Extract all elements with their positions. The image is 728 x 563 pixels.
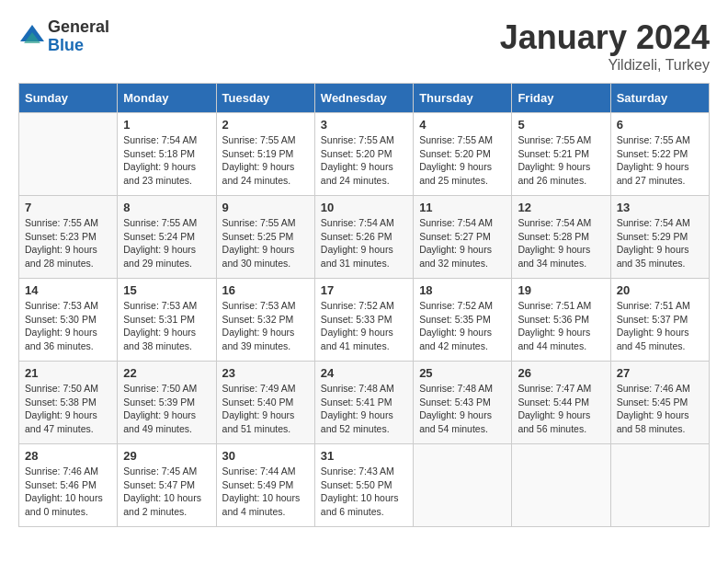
day-info: Sunrise: 7:54 AMSunset: 5:27 PMDaylight:… (419, 216, 506, 270)
day-info: Sunrise: 7:51 AMSunset: 5:36 PMDaylight:… (518, 299, 604, 353)
calendar-cell: 21Sunrise: 7:50 AMSunset: 5:38 PMDayligh… (19, 362, 118, 444)
calendar-cell: 3Sunrise: 7:55 AMSunset: 5:20 PMDaylight… (314, 113, 413, 196)
day-info: Sunrise: 7:46 AMSunset: 5:46 PMDaylight:… (25, 465, 111, 519)
calendar-cell (610, 444, 709, 527)
week-row-2: 7Sunrise: 7:55 AMSunset: 5:23 PMDaylight… (19, 196, 710, 279)
day-number: 24 (321, 366, 407, 380)
calendar-cell: 8Sunrise: 7:55 AMSunset: 5:24 PMDaylight… (118, 196, 216, 279)
day-info: Sunrise: 7:46 AMSunset: 5:45 PMDaylight:… (617, 382, 703, 436)
calendar-cell: 24Sunrise: 7:48 AMSunset: 5:41 PMDayligh… (314, 362, 413, 444)
day-number: 23 (222, 366, 309, 380)
week-row-1: 1Sunrise: 7:54 AMSunset: 5:18 PMDaylight… (19, 113, 710, 196)
day-number: 10 (321, 201, 407, 214)
day-number: 17 (321, 283, 407, 297)
calendar-cell: 30Sunrise: 7:44 AMSunset: 5:49 PMDayligh… (216, 444, 314, 527)
day-info: Sunrise: 7:55 AMSunset: 5:20 PMDaylight:… (419, 133, 506, 188)
week-row-5: 28Sunrise: 7:46 AMSunset: 5:46 PMDayligh… (19, 444, 710, 527)
calendar-cell (512, 444, 610, 527)
day-info: Sunrise: 7:51 AMSunset: 5:37 PMDaylight:… (617, 299, 703, 353)
week-row-3: 14Sunrise: 7:53 AMSunset: 5:30 PMDayligh… (19, 279, 710, 362)
logo-general: General (48, 18, 109, 37)
weekday-header-thursday: Thursday (414, 84, 512, 113)
day-number: 19 (518, 283, 604, 297)
day-number: 7 (25, 201, 111, 214)
day-number: 6 (617, 118, 703, 132)
weekday-header-wednesday: Wednesday (314, 84, 413, 113)
day-number: 28 (25, 449, 111, 463)
day-number: 25 (419, 366, 506, 380)
month-title: January 2024 (500, 18, 710, 57)
calendar-cell: 26Sunrise: 7:47 AMSunset: 5:44 PMDayligh… (512, 362, 610, 444)
day-number: 22 (123, 366, 210, 380)
weekday-header-tuesday: Tuesday (216, 84, 314, 113)
calendar-cell: 4Sunrise: 7:55 AMSunset: 5:20 PMDaylight… (414, 113, 512, 196)
day-info: Sunrise: 7:55 AMSunset: 5:19 PMDaylight:… (222, 133, 309, 188)
day-info: Sunrise: 7:48 AMSunset: 5:41 PMDaylight:… (321, 382, 407, 436)
day-number: 3 (321, 118, 407, 132)
calendar-cell: 5Sunrise: 7:55 AMSunset: 5:21 PMDaylight… (512, 113, 610, 196)
day-number: 16 (222, 283, 309, 297)
calendar-cell: 14Sunrise: 7:53 AMSunset: 5:30 PMDayligh… (19, 279, 118, 362)
calendar-cell: 6Sunrise: 7:55 AMSunset: 5:22 PMDaylight… (610, 113, 709, 196)
day-info: Sunrise: 7:49 AMSunset: 5:40 PMDaylight:… (222, 382, 309, 436)
day-number: 11 (419, 201, 506, 214)
day-info: Sunrise: 7:54 AMSunset: 5:26 PMDaylight:… (321, 216, 407, 270)
calendar-cell: 1Sunrise: 7:54 AMSunset: 5:18 PMDaylight… (118, 113, 216, 196)
day-info: Sunrise: 7:52 AMSunset: 5:35 PMDaylight:… (419, 299, 506, 353)
day-number: 29 (123, 449, 210, 463)
day-info: Sunrise: 7:45 AMSunset: 5:47 PMDaylight:… (123, 465, 210, 519)
calendar-cell: 19Sunrise: 7:51 AMSunset: 5:36 PMDayligh… (512, 279, 610, 362)
day-info: Sunrise: 7:50 AMSunset: 5:39 PMDaylight:… (123, 382, 210, 436)
day-number: 30 (222, 449, 309, 463)
day-info: Sunrise: 7:43 AMSunset: 5:50 PMDaylight:… (321, 465, 407, 519)
day-number: 4 (419, 118, 506, 132)
calendar-cell (414, 444, 512, 527)
day-number: 18 (419, 283, 506, 297)
weekday-header-friday: Friday (512, 84, 610, 113)
day-info: Sunrise: 7:52 AMSunset: 5:33 PMDaylight:… (321, 299, 407, 353)
day-number: 31 (321, 449, 407, 463)
week-row-4: 21Sunrise: 7:50 AMSunset: 5:38 PMDayligh… (19, 362, 710, 444)
weekday-header-row: SundayMondayTuesdayWednesdayThursdayFrid… (19, 84, 710, 113)
calendar-cell: 13Sunrise: 7:54 AMSunset: 5:29 PMDayligh… (610, 196, 709, 279)
day-info: Sunrise: 7:55 AMSunset: 5:21 PMDaylight:… (518, 133, 604, 188)
location: Yildizeli, Turkey (500, 57, 710, 74)
day-number: 5 (518, 118, 604, 132)
day-info: Sunrise: 7:53 AMSunset: 5:32 PMDaylight:… (222, 299, 309, 353)
calendar-cell: 18Sunrise: 7:52 AMSunset: 5:35 PMDayligh… (414, 279, 512, 362)
day-number: 8 (123, 201, 210, 214)
calendar-cell: 23Sunrise: 7:49 AMSunset: 5:40 PMDayligh… (216, 362, 314, 444)
day-number: 26 (518, 366, 604, 380)
calendar-cell: 15Sunrise: 7:53 AMSunset: 5:31 PMDayligh… (118, 279, 216, 362)
calendar-cell: 20Sunrise: 7:51 AMSunset: 5:37 PMDayligh… (610, 279, 709, 362)
logo-icon (18, 23, 46, 51)
logo: General Blue (18, 18, 109, 55)
calendar-cell: 17Sunrise: 7:52 AMSunset: 5:33 PMDayligh… (314, 279, 413, 362)
day-info: Sunrise: 7:50 AMSunset: 5:38 PMDaylight:… (25, 382, 111, 436)
day-info: Sunrise: 7:54 AMSunset: 5:18 PMDaylight:… (123, 133, 210, 188)
weekday-header-sunday: Sunday (19, 84, 118, 113)
calendar-cell: 7Sunrise: 7:55 AMSunset: 5:23 PMDaylight… (19, 196, 118, 279)
calendar-cell: 31Sunrise: 7:43 AMSunset: 5:50 PMDayligh… (314, 444, 413, 527)
day-info: Sunrise: 7:55 AMSunset: 5:24 PMDaylight:… (123, 216, 210, 270)
calendar-cell: 29Sunrise: 7:45 AMSunset: 5:47 PMDayligh… (118, 444, 216, 527)
title-block: January 2024 Yildizeli, Turkey (500, 18, 710, 74)
calendar-cell: 22Sunrise: 7:50 AMSunset: 5:39 PMDayligh… (118, 362, 216, 444)
day-info: Sunrise: 7:47 AMSunset: 5:44 PMDaylight:… (518, 382, 604, 436)
day-info: Sunrise: 7:53 AMSunset: 5:31 PMDaylight:… (123, 299, 210, 353)
day-number: 2 (222, 118, 309, 132)
day-number: 1 (123, 118, 210, 132)
day-number: 15 (123, 283, 210, 297)
calendar-cell: 16Sunrise: 7:53 AMSunset: 5:32 PMDayligh… (216, 279, 314, 362)
day-number: 9 (222, 201, 309, 214)
page-header: General Blue January 2024 Yildizeli, Tur… (18, 18, 710, 74)
calendar-cell: 10Sunrise: 7:54 AMSunset: 5:26 PMDayligh… (314, 196, 413, 279)
day-number: 14 (25, 283, 111, 297)
day-info: Sunrise: 7:53 AMSunset: 5:30 PMDaylight:… (25, 299, 111, 353)
day-number: 13 (617, 201, 703, 214)
weekday-header-saturday: Saturday (610, 84, 709, 113)
day-info: Sunrise: 7:55 AMSunset: 5:25 PMDaylight:… (222, 216, 309, 270)
logo-blue: Blue (48, 37, 109, 55)
day-info: Sunrise: 7:55 AMSunset: 5:22 PMDaylight:… (617, 133, 703, 188)
day-info: Sunrise: 7:54 AMSunset: 5:29 PMDaylight:… (617, 216, 703, 270)
